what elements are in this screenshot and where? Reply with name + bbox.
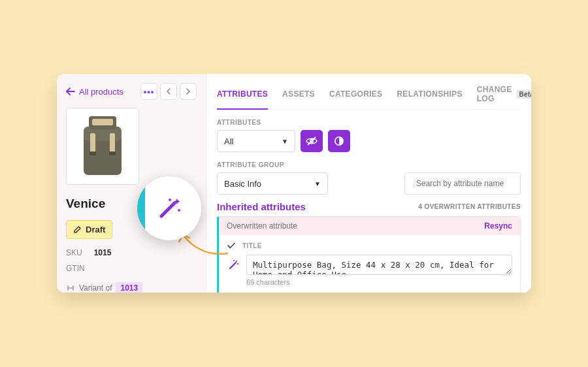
chevron-right-icon: [186, 88, 191, 95]
svg-rect-5: [110, 133, 115, 153]
char-count: 69 characters: [246, 278, 512, 286]
overwritten-count: 4 OVERWRITTEN ATTRIBUTES: [418, 203, 521, 210]
tab-categories-label: CATEGORIES: [329, 89, 382, 99]
gtin-label: GTIN: [66, 264, 85, 273]
wand-icon: [155, 194, 184, 223]
status-draft-badge[interactable]: Draft: [66, 220, 112, 239]
variant-chip[interactable]: 1013: [116, 282, 142, 293]
attribute-group-label: ATTRIBUTE GROUP: [217, 161, 328, 168]
attributes-select-value: All: [224, 136, 233, 146]
ai-wand-callout: [137, 176, 201, 240]
all-products-link[interactable]: All products: [66, 87, 123, 97]
chevron-down-icon: ▼: [314, 180, 321, 187]
chevron-down-icon: ▼: [282, 138, 288, 145]
resync-button[interactable]: Resync: [484, 221, 512, 231]
gtin-row: GTIN: [66, 264, 197, 273]
attribute-body: TITLE 69 characters: [219, 235, 520, 293]
svg-point-15: [237, 263, 238, 264]
next-button[interactable]: [180, 83, 197, 100]
tab-changelog[interactable]: CHANGE LOG Beta: [477, 79, 531, 109]
sidebar-nav-row: All products •••: [66, 83, 197, 100]
variant-row: Variant of 1013: [66, 282, 197, 293]
svg-line-17: [161, 203, 174, 216]
overwritten-label: Overwritten attribute: [227, 221, 297, 231]
contrast-icon: [334, 136, 344, 146]
tab-changelog-label: CHANGE LOG: [477, 85, 512, 103]
attribute-input-row: [227, 255, 512, 275]
variant-label: Variant of: [79, 283, 112, 293]
chevron-left-icon: [166, 88, 171, 95]
attribute-name-label: TITLE: [242, 242, 262, 249]
tab-categories[interactable]: CATEGORIES: [329, 79, 382, 109]
tab-relationships[interactable]: RELATIONSHIPS: [397, 79, 462, 109]
all-products-label: All products: [79, 87, 123, 97]
svg-rect-6: [90, 152, 96, 155]
attribute-title-row: TITLE: [227, 242, 512, 249]
app-window: All products •••: [57, 74, 531, 293]
attribute-search-input[interactable]: [416, 179, 514, 188]
inherited-header: Inherited attributes 4 OVERWRITTEN ATTRI…: [217, 201, 521, 212]
hide-toggle-button[interactable]: [301, 130, 323, 152]
arrow-left-icon: [66, 88, 75, 95]
tab-assets-label: ASSETS: [282, 89, 315, 99]
svg-point-14: [236, 261, 237, 262]
draft-label: Draft: [86, 225, 105, 234]
svg-rect-7: [109, 152, 116, 155]
svg-rect-4: [90, 133, 95, 153]
attribute-card-title: Overwritten attribute Resync TITLE: [217, 216, 521, 293]
sku-label: SKU: [66, 248, 82, 257]
attribute-search[interactable]: [404, 172, 521, 195]
main-panel: ATTRIBUTES ASSETS CATEGORIES RELATIONSHI…: [206, 74, 531, 293]
backpack-icon: [74, 112, 131, 180]
svg-rect-3: [92, 119, 113, 125]
overwritten-strip: Overwritten attribute Resync: [219, 217, 520, 235]
variant-icon: [66, 284, 75, 292]
attribute-group-value: Basic Info: [224, 179, 261, 189]
tab-assets[interactable]: ASSETS: [282, 79, 315, 109]
tab-relationships-label: RELATIONSHIPS: [397, 89, 462, 99]
product-image[interactable]: [66, 108, 139, 185]
nav-button-group: •••: [140, 83, 197, 100]
sku-value: 1015: [94, 248, 112, 257]
pencil-icon: [73, 225, 82, 234]
contrast-toggle-button[interactable]: [328, 130, 350, 152]
attribute-group-select[interactable]: Basic Info ▼: [217, 172, 328, 195]
attributes-select[interactable]: All ▼: [217, 130, 295, 152]
tab-attributes-label: ATTRIBUTES: [217, 89, 268, 99]
title-input[interactable]: [246, 255, 512, 275]
beta-chip: Beta: [516, 90, 531, 99]
prev-button[interactable]: [160, 83, 177, 100]
attributes-filter-row: All ▼: [217, 130, 521, 152]
attributes-filter-label: ATTRIBUTES: [217, 119, 521, 126]
eye-off-icon: [306, 136, 318, 146]
more-button[interactable]: •••: [140, 83, 157, 100]
tab-attributes[interactable]: ATTRIBUTES: [217, 79, 268, 109]
more-icon: •••: [144, 87, 155, 97]
inherited-title: Inherited attributes: [217, 201, 306, 212]
tab-bar: ATTRIBUTES ASSETS CATEGORIES RELATIONSHI…: [217, 79, 521, 110]
svg-line-13: [230, 263, 236, 268]
